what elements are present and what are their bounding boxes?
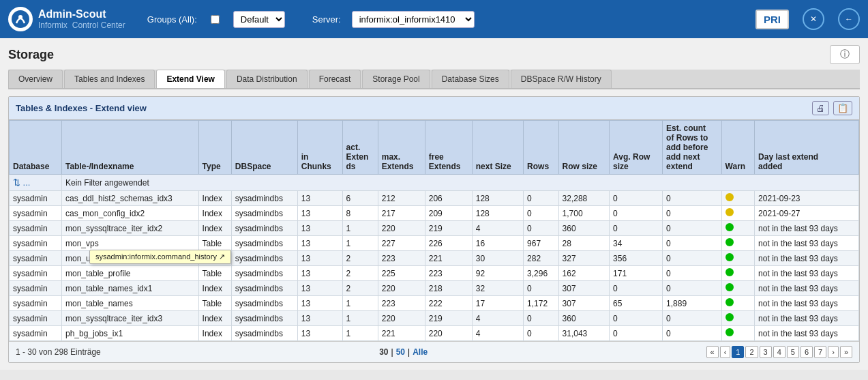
page-header: Storage ⓘ	[8, 45, 860, 64]
cell-database: sysadmin	[10, 221, 62, 236]
cell-next-size: 128	[472, 191, 523, 206]
tab-forecast[interactable]: Forecast	[309, 70, 361, 88]
cell-database: sysadmin	[10, 191, 62, 206]
cell-warn	[721, 266, 755, 281]
page-5[interactable]: 5	[787, 346, 799, 358]
cell-row-size: 360	[558, 311, 610, 326]
cell-avg-row-size: 0	[610, 191, 663, 206]
table-row: sysadmin ph_bg_jobs_ix1 Index sysadmindb…	[10, 326, 859, 341]
close-button[interactable]: ✕	[803, 8, 824, 30]
print-button[interactable]: 🖨	[812, 101, 829, 115]
server-label: Server:	[312, 14, 341, 25]
cell-database: sysadmin	[10, 326, 62, 341]
warn-dot	[725, 298, 734, 306]
page-size-all[interactable]: Alle	[413, 347, 428, 357]
page-7[interactable]: 7	[814, 346, 826, 358]
table-row: sysadmin mon_table_profile Table sysadmi…	[10, 266, 859, 281]
cell-in-chunks: 13	[297, 221, 342, 236]
svg-point-1	[18, 15, 23, 19]
groups-checkbox[interactable]	[211, 15, 220, 24]
cell-rows: 0	[524, 326, 558, 341]
table-container: Database Table-/Indexname Type DBSpace i…	[9, 120, 859, 341]
cell-free-extends: 219	[425, 311, 472, 326]
cell-act-extends: 2	[342, 251, 378, 266]
cell-next-size: 4	[472, 326, 523, 341]
cell-in-chunks: 13	[297, 296, 342, 311]
cell-next-size: 17	[472, 296, 523, 311]
cell-in-chunks: 13	[297, 251, 342, 266]
page-next[interactable]: ›	[828, 346, 839, 358]
tab-extend-view[interactable]: Extend View	[156, 70, 224, 88]
brand-text: Admin-Scout Informix Control Center	[38, 8, 125, 30]
cell-max-extends: 220	[378, 281, 425, 296]
page-prev[interactable]: ‹	[720, 346, 731, 358]
cell-dbspace: sysadmindbs	[231, 266, 297, 281]
cell-row-size: 28	[558, 236, 610, 251]
cell-table-index: mon_syssqltrace_iter_idx2	[61, 221, 198, 236]
page-first[interactable]: «	[706, 346, 719, 358]
cell-type: Index	[198, 221, 231, 236]
page-3[interactable]: 3	[760, 346, 772, 358]
tab-dbspace-rw-history[interactable]: DBSpace R/W History	[511, 70, 612, 88]
close-icon: ✕	[810, 14, 817, 24]
table-row: sysadmin mon_syssqltrace_iter_idx2 Index…	[10, 221, 859, 236]
cell-next-size: 92	[472, 266, 523, 281]
tab-tables-indexes[interactable]: Tables and Indexes	[64, 70, 155, 88]
main-content: Storage ⓘ Overview Tables and Indexes Ex…	[0, 38, 868, 370]
page-6[interactable]: 6	[800, 346, 813, 358]
cell-type: Table	[198, 236, 231, 251]
cell-row-size: 31,043	[558, 326, 610, 341]
page-size-50[interactable]: 50	[396, 347, 405, 357]
cell-type: Index	[198, 311, 231, 326]
table-row: sysadmin mon_table_names_idx1 Index sysa…	[10, 281, 859, 296]
cell-max-extends: 227	[378, 236, 425, 251]
cell-table-index: mon_table_names	[61, 296, 198, 311]
cell-avg-row-size: 356	[610, 251, 663, 266]
cell-act-extends: 2	[342, 281, 378, 296]
card-title: Tables & Indexes - Extend view	[16, 103, 147, 113]
main-card: Tables & Indexes - Extend view 🖨 📋 Datab…	[8, 96, 860, 363]
cell-dbspace: sysadmindbs	[231, 311, 297, 326]
server-select[interactable]: informix:ol_informix1410	[352, 11, 475, 28]
tab-database-sizes[interactable]: Database Sizes	[432, 70, 509, 88]
cell-act-extends: 2	[342, 266, 378, 281]
col-day-last: Day last extendadded	[755, 121, 859, 175]
tab-storage-pool[interactable]: Storage Pool	[362, 70, 430, 88]
brand-area: Admin-Scout Informix Control Center	[8, 7, 125, 31]
cell-warn	[721, 251, 755, 266]
filter-row: ⇅ ... Kein Filter angewendet	[10, 175, 859, 191]
tab-overview[interactable]: Overview	[8, 70, 63, 88]
export-button[interactable]: 📋	[833, 101, 852, 115]
cell-row-size: 307	[558, 296, 610, 311]
page-size-30[interactable]: 30	[379, 347, 388, 357]
table-row: sysadmin cas_ddl_hist2_schemas_idx3 Inde…	[10, 191, 859, 206]
cell-avg-row-size: 0	[610, 221, 663, 236]
page-4[interactable]: 4	[773, 346, 785, 358]
cell-next-size: 128	[472, 206, 523, 221]
cell-avg-row-size: 0	[610, 311, 663, 326]
warn-dot	[725, 193, 734, 201]
col-dbspace: DBSpace	[231, 121, 297, 175]
groups-select[interactable]: Default	[233, 11, 285, 28]
cell-avg-row-size: 34	[610, 236, 663, 251]
page-2[interactable]: 2	[745, 346, 758, 358]
cell-est-count: 1,889	[663, 296, 722, 311]
cell-table-index: mon_syssqltrace_iter_idx3	[61, 311, 198, 326]
cell-est-count: 0	[663, 311, 722, 326]
cell-free-extends: 218	[425, 281, 472, 296]
cell-in-chunks: 13	[297, 326, 342, 341]
table-row: sysadmin cas_mon_config_idx2 Index sysad…	[10, 206, 859, 221]
cell-dbspace: sysadmindbs	[231, 221, 297, 236]
tab-data-distribution[interactable]: Data Distribution	[226, 70, 308, 88]
filter-icon[interactable]: ⇅ ...	[13, 177, 30, 188]
info-button[interactable]: ⓘ	[830, 45, 860, 64]
cell-day-last: not in the last 93 days	[755, 281, 859, 296]
cell-warn	[721, 311, 755, 326]
col-rows: Rows	[524, 121, 558, 175]
page-1[interactable]: 1	[732, 346, 744, 358]
cell-warn	[721, 191, 755, 206]
back-button[interactable]: ←	[838, 8, 860, 30]
page-last[interactable]: »	[840, 346, 852, 358]
cell-max-extends: 217	[378, 206, 425, 221]
page-title: Storage	[8, 48, 54, 62]
